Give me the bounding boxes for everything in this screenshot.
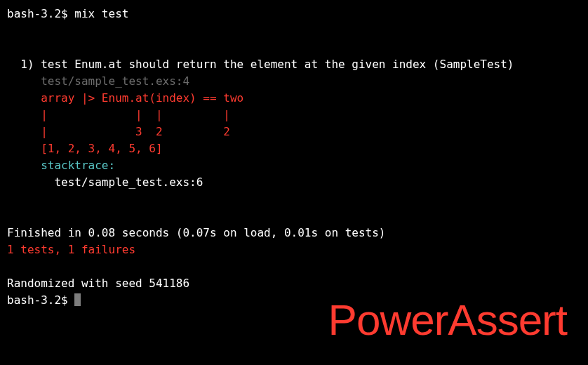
blank-line	[7, 22, 581, 39]
stacktrace-entry: test/sample_test.exs:6	[7, 174, 581, 191]
shell-prompt: bash-3.2$	[7, 7, 74, 20]
finished-summary: Finished in 0.08 seconds (0.07s on load,…	[7, 225, 581, 241]
assert-expression: array |> Enum.at(index) == two	[7, 90, 581, 107]
blank-line	[7, 258, 581, 275]
blank-line	[7, 208, 581, 225]
blank-line	[7, 39, 581, 56]
typed-command: mix test	[74, 7, 128, 20]
assert-pipes-2: | 3 2 2	[7, 124, 581, 140]
assert-pipes-1: | | | |	[7, 107, 581, 124]
prompt-line-1[interactable]: bash-3.2$ mix test	[7, 6, 581, 22]
stacktrace-label: stacktrace:	[7, 157, 581, 174]
shell-prompt: bash-3.2$	[7, 293, 74, 307]
watermark-text: PowerAssert	[328, 287, 567, 352]
blank-line	[7, 191, 581, 208]
results-summary: 1 tests, 1 failures	[7, 241, 581, 258]
assert-array-value: [1, 2, 3, 4, 5, 6]	[7, 140, 581, 157]
test-location: test/sample_test.exs:4	[7, 73, 581, 90]
test-failure-header: 1) test Enum.at should return the elemen…	[7, 56, 581, 73]
cursor-icon	[74, 293, 81, 306]
